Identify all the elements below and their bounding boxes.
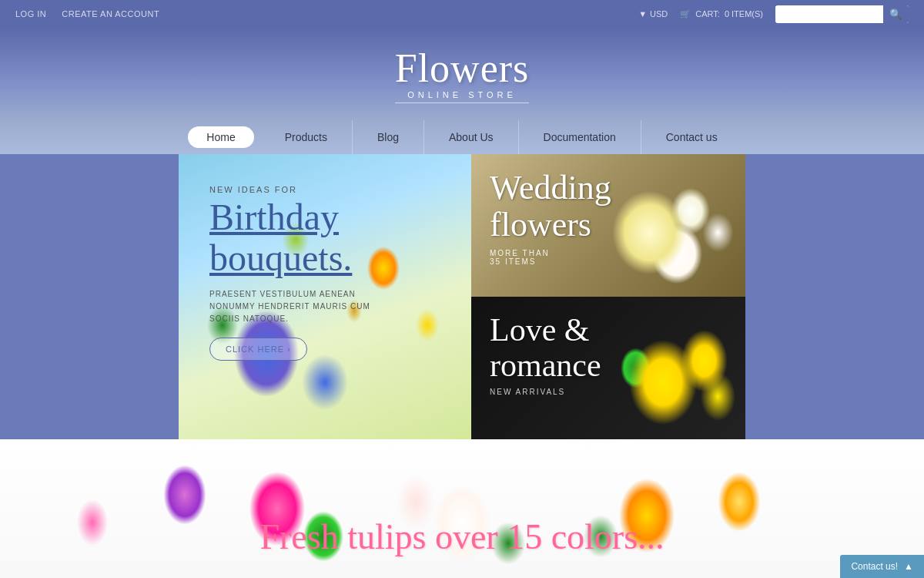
banner-wedding-title: Wedding flowers bbox=[490, 170, 611, 244]
banner-romance-subtitle: NEW ARRIVALS bbox=[490, 388, 601, 396]
top-bar-left: LOG IN CREATE AN ACCOUNT bbox=[15, 9, 159, 18]
nav-item-about[interactable]: About Us bbox=[424, 120, 518, 154]
contact-widget-chevron-icon: ▲ bbox=[904, 561, 913, 572]
banner-wedding-title-line2: flowers bbox=[490, 206, 591, 244]
nav-item-products[interactable]: Products bbox=[260, 120, 352, 154]
main-nav: Home Products Blog About Us Documentatio… bbox=[0, 120, 924, 154]
banner-romance-title: Love & romance bbox=[490, 312, 601, 383]
banner-wedding: Wedding flowers MORE THAN 35 ITEMS bbox=[471, 154, 745, 297]
create-account-link[interactable]: CREATE AN ACCOUNT bbox=[62, 9, 159, 18]
banner-romance-title-line2: romance bbox=[490, 348, 601, 383]
logo: Flowers ONLINE STORE bbox=[395, 49, 530, 103]
tulips-background bbox=[0, 439, 924, 578]
search-box: 🔍 bbox=[775, 5, 909, 23]
login-link[interactable]: LOG IN bbox=[15, 9, 46, 18]
bottom-section: Fresh tulips over 15 colors... bbox=[0, 439, 924, 578]
search-input[interactable] bbox=[775, 6, 883, 22]
currency-dropdown-icon: ▼ bbox=[638, 9, 647, 18]
banner-wedding-sub1: MORE THAN bbox=[490, 249, 550, 257]
banner-wedding-subtitle: MORE THAN 35 ITEMS bbox=[490, 249, 611, 266]
currency-label: USD bbox=[650, 9, 668, 18]
banner-title-line1: Birthday bbox=[209, 197, 339, 237]
cart-area[interactable]: 🛒 CART: 0 ITEM(S) bbox=[680, 9, 763, 19]
cart-count: 0 ITEM(S) bbox=[725, 9, 763, 18]
contact-widget[interactable]: Contact us! ▲ bbox=[840, 555, 924, 578]
banner-left-content: NEW IDEAS FOR Birthday bouquets. PRAESEN… bbox=[209, 185, 456, 361]
top-bar-right: ▼ USD 🛒 CART: 0 ITEM(S) 🔍 bbox=[638, 5, 909, 23]
banner-click-here-button[interactable]: CLICK HERE › bbox=[209, 338, 307, 361]
nav-item-contact[interactable]: Contact us bbox=[641, 120, 742, 154]
top-bar: LOG IN CREATE AN ACCOUNT ▼ USD 🛒 CART: 0… bbox=[0, 0, 924, 28]
banner-description: PRAESENT VESTIBULUM AENEAN NONUMMY HENDR… bbox=[209, 288, 456, 325]
banner-birthday-title: Birthday bouquets. bbox=[209, 197, 456, 279]
banner-romance-content: Love & romance NEW ARRIVALS bbox=[490, 312, 601, 396]
nav-item-documentation[interactable]: Documentation bbox=[518, 120, 641, 154]
currency-selector[interactable]: ▼ USD bbox=[638, 9, 668, 18]
banner-tag: NEW IDEAS FOR bbox=[209, 185, 456, 194]
banner-right: Wedding flowers MORE THAN 35 ITEMS Love … bbox=[471, 154, 745, 439]
search-button[interactable]: 🔍 bbox=[883, 5, 909, 23]
banner-birthday: NEW IDEAS FOR Birthday bouquets. PRAESEN… bbox=[179, 154, 471, 439]
nav-item-blog[interactable]: Blog bbox=[352, 120, 424, 154]
cart-label: CART: bbox=[695, 9, 720, 18]
logo-title[interactable]: Flowers bbox=[395, 49, 530, 89]
banner-wedding-sub2: 35 ITEMS bbox=[490, 257, 536, 266]
banner-wedding-title-line1: Wedding bbox=[490, 169, 611, 207]
cart-icon: 🛒 bbox=[680, 9, 691, 19]
banner-title-line2: bouquets. bbox=[209, 237, 352, 278]
bottom-title: Fresh tulips over 15 colors... bbox=[259, 516, 664, 557]
banner-wedding-content: Wedding flowers MORE THAN 35 ITEMS bbox=[490, 170, 611, 266]
contact-widget-label: Contact us! bbox=[851, 561, 898, 572]
logo-subtitle: ONLINE STORE bbox=[395, 90, 530, 103]
banner-romance: Love & romance NEW ARRIVALS bbox=[471, 297, 745, 439]
banner-romance-title-line1: Love & bbox=[490, 312, 589, 348]
header: Flowers ONLINE STORE bbox=[0, 28, 924, 120]
nav-item-home[interactable]: Home bbox=[188, 126, 253, 148]
banner-area: NEW IDEAS FOR Birthday bouquets. PRAESEN… bbox=[179, 154, 745, 439]
